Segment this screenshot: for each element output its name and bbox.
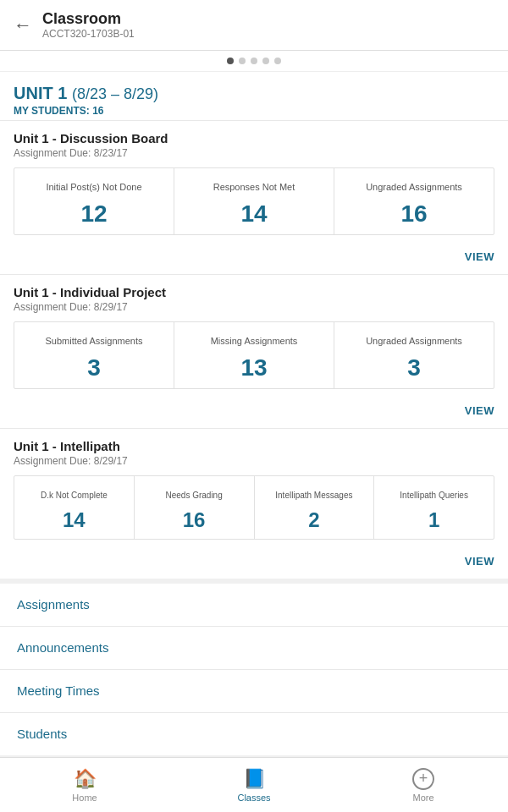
stat-value: 2	[257, 508, 373, 532]
assignment-due-1: Assignment Due: 8/23/17	[14, 147, 494, 159]
stat-label: Submitted Assignments	[18, 329, 170, 353]
stat-value: 16	[136, 508, 252, 532]
stat-value: 12	[18, 200, 170, 228]
stat-dk-not-complete: D.k Not Complete 14	[14, 476, 135, 539]
home-icon: 🏠	[74, 768, 97, 790]
view-button-2[interactable]: VIEW	[465, 404, 494, 417]
stat-submitted: Submitted Assignments 3	[14, 322, 174, 388]
more-icon: +	[412, 768, 434, 790]
unit-students: MY STUDENTS: 16	[14, 105, 494, 117]
dot-3	[251, 58, 257, 64]
assignment-title-2: Unit 1 - Individual Project	[14, 285, 494, 299]
stat-value: 3	[338, 354, 490, 381]
stat-initial-post: Initial Post(s) Not Done 12	[14, 168, 174, 234]
stat-label: Intellipath Messages	[257, 483, 373, 507]
assignment-due-2: Assignment Due: 8/29/17	[14, 301, 494, 313]
tab-classes-label: Classes	[237, 793, 270, 803]
tab-classes[interactable]: 📘 Classes	[169, 758, 339, 812]
view-link-row-3: VIEW	[0, 548, 508, 579]
stat-label: Intellipath Queries	[376, 483, 492, 507]
assignment-discussion-board: Unit 1 - Discussion Board Assignment Due…	[0, 120, 508, 235]
stat-ungraded-1: Ungraded Assignments 16	[334, 168, 494, 234]
tab-home-label: Home	[72, 793, 97, 803]
stat-value: 1	[376, 508, 492, 532]
stat-label: Responses Not Met	[178, 175, 330, 199]
stat-label: Needs Grading	[136, 483, 252, 507]
unit-header: UNIT 1 (8/23 – 8/29) MY STUDENTS: 16	[0, 72, 508, 120]
dot-2	[239, 58, 246, 64]
stats-row-1: Initial Post(s) Not Done 12 Responses No…	[14, 167, 494, 235]
header-title: Classroom	[42, 10, 135, 28]
page-indicator	[0, 51, 508, 72]
stat-value: 13	[178, 354, 330, 381]
main-content: UNIT 1 (8/23 – 8/29) MY STUDENTS: 16 Uni…	[0, 72, 508, 812]
tab-more-label: More	[412, 793, 433, 803]
assignment-intellipath: Unit 1 - Intellipath Assignment Due: 8/2…	[0, 428, 508, 540]
stat-label: Missing Assignments	[178, 329, 330, 353]
stat-value: 3	[18, 354, 170, 381]
stats-row-3: D.k Not Complete 14 Needs Grading 16 Int…	[14, 475, 494, 540]
stat-label: D.k Not Complete	[16, 483, 132, 507]
unit-title: UNIT 1 (8/23 – 8/29)	[14, 84, 494, 103]
stats-row-2: Submitted Assignments 3 Missing Assignme…	[14, 321, 494, 389]
stat-ungraded-2: Ungraded Assignments 3	[334, 322, 494, 388]
view-button-3[interactable]: VIEW	[465, 555, 494, 568]
stat-responses-not-met: Responses Not Met 14	[174, 168, 334, 234]
nav-item-assignments[interactable]: Assignments	[0, 584, 508, 627]
stat-label: Initial Post(s) Not Done	[18, 175, 170, 199]
stat-label: Ungraded Assignments	[338, 329, 490, 353]
nav-item-students[interactable]: Students	[0, 713, 508, 755]
tab-bar: 🏠 Home 📘 Classes + More	[0, 757, 508, 812]
tab-home[interactable]: 🏠 Home	[0, 758, 169, 812]
view-link-row-2: VIEW	[0, 398, 508, 428]
unit-card: UNIT 1 (8/23 – 8/29) MY STUDENTS: 16 Uni…	[0, 72, 508, 579]
dot-4	[262, 58, 269, 64]
stat-value: 14	[178, 200, 330, 228]
dot-1	[227, 58, 234, 64]
nav-items-container: Assignments Announcements Meeting Times …	[0, 584, 508, 755]
back-button[interactable]: ←	[14, 16, 32, 35]
stat-label: Ungraded Assignments	[338, 175, 490, 199]
nav-item-announcements[interactable]: Announcements	[0, 627, 508, 670]
app-header: ← Classroom ACCT320-1703B-01	[0, 0, 508, 51]
header-subtitle: ACCT320-1703B-01	[42, 28, 135, 40]
assignment-title-3: Unit 1 - Intellipath	[14, 439, 494, 453]
view-link-row-1: VIEW	[0, 244, 508, 274]
stat-intellipath-queries: Intellipath Queries 1	[374, 476, 494, 539]
dot-5	[274, 58, 281, 64]
stat-value: 16	[338, 200, 490, 228]
stat-intellipath-messages: Intellipath Messages 2	[255, 476, 375, 539]
assignment-due-3: Assignment Due: 8/29/17	[14, 455, 494, 467]
stat-missing: Missing Assignments 13	[174, 322, 334, 388]
tab-more[interactable]: + More	[339, 758, 508, 812]
classes-icon: 📘	[243, 768, 266, 790]
stat-value: 14	[16, 508, 132, 532]
assignment-individual-project: Unit 1 - Individual Project Assignment D…	[0, 274, 508, 389]
nav-item-meeting-times[interactable]: Meeting Times	[0, 670, 508, 713]
view-button-1[interactable]: VIEW	[465, 250, 494, 263]
stat-needs-grading: Needs Grading 16	[135, 476, 255, 539]
assignment-title-1: Unit 1 - Discussion Board	[14, 131, 494, 145]
